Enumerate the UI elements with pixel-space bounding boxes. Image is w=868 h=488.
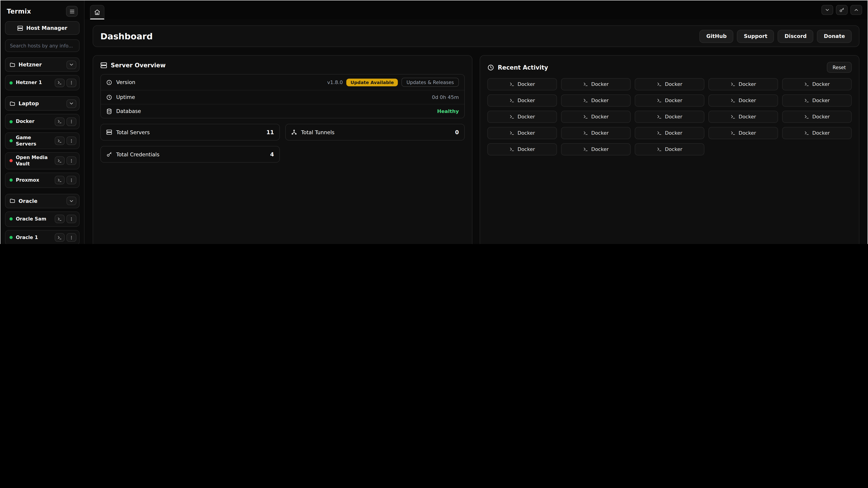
key-icon: [106, 151, 112, 157]
card-header: Server Overview: [100, 62, 465, 69]
activity-item[interactable]: Docker: [708, 94, 778, 107]
terminal-icon: [57, 217, 62, 221]
activity-label: Docker: [518, 147, 535, 152]
host-row[interactable]: Hetzner 1: [5, 75, 80, 90]
activity-item[interactable]: Docker: [487, 143, 557, 156]
terminal-icon: [657, 114, 662, 119]
activity-item[interactable]: Docker: [782, 111, 852, 123]
info-icon: [106, 79, 112, 85]
updates-releases-button[interactable]: Updates & Releases: [401, 78, 459, 87]
activity-item[interactable]: Docker: [635, 143, 704, 156]
host-row[interactable]: Docker: [5, 114, 80, 129]
activity-item[interactable]: Docker: [708, 78, 778, 90]
sidebar-header: Termix: [5, 5, 80, 21]
card-title: Server Overview: [111, 62, 166, 69]
host-menu-button[interactable]: [66, 136, 76, 145]
total-tunnels-value: 0: [455, 129, 459, 135]
activity-item[interactable]: Docker: [708, 127, 778, 139]
discord-button[interactable]: Discord: [778, 30, 813, 43]
folder-oracle: Oracle Oracle Sam Oracle 1: [5, 194, 80, 244]
sidebar-menu-button[interactable]: [66, 6, 78, 17]
activity-item[interactable]: Docker: [561, 94, 631, 107]
activity-item[interactable]: Docker: [708, 111, 778, 123]
host-label: Game Servers: [16, 135, 52, 147]
status-dot: [9, 159, 13, 162]
host-row[interactable]: Open Media Vault: [5, 153, 80, 169]
kebab-menu-icon: [69, 80, 74, 85]
folder-header[interactable]: Hetzner: [5, 57, 80, 72]
host-search-input[interactable]: [5, 39, 80, 52]
folder-header[interactable]: Laptop: [5, 96, 80, 111]
update-available-badge[interactable]: Update Available: [346, 78, 398, 86]
folder-collapse-button[interactable]: [66, 197, 76, 205]
terminal-icon: [730, 98, 735, 103]
activity-item[interactable]: Docker: [487, 111, 557, 123]
reset-button[interactable]: Reset: [827, 62, 852, 73]
host-label: Proxmox: [16, 177, 52, 183]
activity-item[interactable]: Docker: [635, 127, 704, 139]
activity-item[interactable]: Docker: [635, 78, 704, 90]
folder-collapse-button[interactable]: [66, 99, 76, 108]
host-terminal-button[interactable]: [55, 233, 65, 242]
split-down-button[interactable]: [822, 5, 833, 15]
support-button[interactable]: Support: [737, 30, 774, 43]
activity-item[interactable]: Docker: [561, 143, 631, 156]
credentials-button[interactable]: [836, 5, 848, 15]
host-menu-button[interactable]: [66, 117, 76, 126]
card-header: Recent Activity Reset: [487, 62, 852, 73]
activity-item[interactable]: Docker: [782, 78, 852, 90]
database-icon: [106, 108, 112, 114]
folder-name: Hetzner: [19, 61, 63, 68]
host-row[interactable]: Proxmox: [5, 172, 80, 188]
network-icon: [291, 129, 297, 135]
folder-icon: [9, 101, 16, 106]
activity-item[interactable]: Docker: [561, 127, 631, 139]
kebab-menu-icon: [69, 217, 74, 221]
activity-item[interactable]: Docker: [487, 94, 557, 107]
kebab-menu-icon: [69, 138, 74, 143]
host-terminal-button[interactable]: [55, 117, 65, 126]
host-row[interactable]: Game Servers: [5, 132, 80, 149]
host-row[interactable]: Oracle Sam: [5, 211, 80, 227]
donate-button[interactable]: Donate: [817, 30, 852, 43]
host-label: Oracle 1: [16, 234, 52, 240]
terminal-icon: [583, 147, 588, 152]
activity-label: Docker: [518, 114, 535, 120]
folder-header[interactable]: Oracle: [5, 194, 80, 208]
host-terminal-button[interactable]: [55, 215, 65, 223]
activity-item[interactable]: Docker: [782, 94, 852, 107]
folder-name: Oracle: [19, 198, 63, 204]
activity-item[interactable]: Docker: [487, 78, 557, 90]
host-terminal-button[interactable]: [55, 176, 65, 184]
host-terminal-button[interactable]: [55, 136, 65, 145]
github-button[interactable]: GitHub: [700, 30, 734, 43]
host-menu-button[interactable]: [66, 157, 76, 165]
dashboard-grid: Server Overview Version v1.8.0 Update Av…: [93, 55, 860, 244]
activity-item[interactable]: Docker: [782, 127, 852, 139]
host-terminal-button[interactable]: [55, 157, 65, 165]
host-menu-button[interactable]: [66, 215, 76, 223]
host-actions: [55, 176, 76, 184]
tab-home[interactable]: [90, 5, 104, 20]
host-menu-button[interactable]: [66, 78, 76, 87]
host-terminal-button[interactable]: [55, 78, 65, 87]
activity-item[interactable]: Docker: [561, 111, 631, 123]
activity-item[interactable]: Docker: [635, 111, 704, 123]
host-manager-label: Host Manager: [26, 25, 67, 31]
folder-icon: [9, 198, 16, 204]
host-row[interactable]: Oracle 1: [5, 230, 80, 244]
host-manager-button[interactable]: Host Manager: [5, 21, 80, 35]
host-menu-button[interactable]: [66, 233, 76, 242]
page-header: Dashboard GitHub Support Discord Donate: [93, 25, 860, 47]
kebab-menu-icon: [69, 235, 74, 240]
chevron-down-icon: [825, 7, 830, 13]
activity-label: Docker: [665, 147, 682, 152]
host-menu-button[interactable]: [66, 176, 76, 184]
split-up-button[interactable]: [850, 5, 862, 15]
activity-item[interactable]: Docker: [635, 94, 704, 107]
version-row: Version v1.8.0 Update Available Updates …: [101, 74, 464, 90]
activity-item[interactable]: Docker: [487, 127, 557, 139]
activity-item[interactable]: Docker: [561, 78, 631, 90]
folder-collapse-button[interactable]: [66, 60, 76, 69]
terminal-icon: [657, 131, 662, 135]
